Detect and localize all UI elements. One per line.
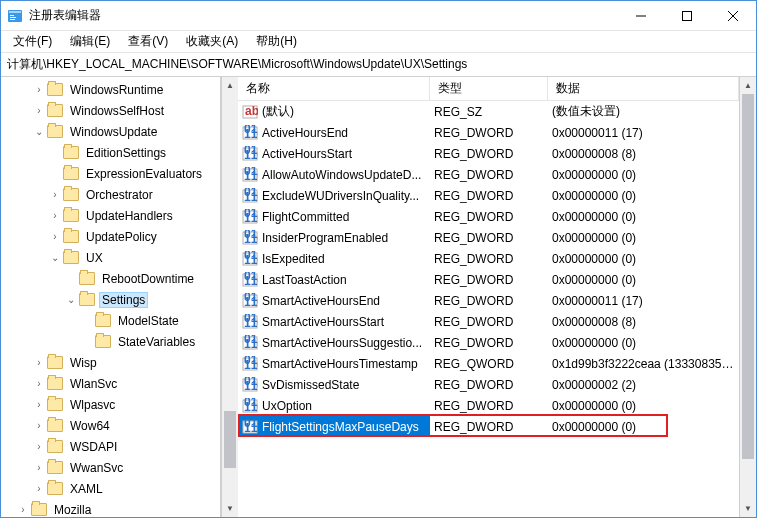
- folder-icon: [31, 503, 47, 516]
- chevron-down-icon[interactable]: ⌄: [49, 252, 61, 264]
- list-row[interactable]: 011110AllowAutoWindowsUpdateD...REG_DWOR…: [238, 164, 739, 185]
- window-title: 注册表编辑器: [29, 7, 618, 24]
- list-row[interactable]: 011110ActiveHoursEndREG_DWORD0x00000011 …: [238, 122, 739, 143]
- folder-icon: [95, 314, 111, 327]
- value-name-cell: 011110FlightCommitted: [238, 206, 430, 227]
- tree-item[interactable]: ›WSDAPI: [1, 436, 220, 457]
- tree-item[interactable]: ⌄WindowsUpdate: [1, 121, 220, 142]
- tree-item[interactable]: ›Wow64: [1, 415, 220, 436]
- value-type: REG_DWORD: [430, 420, 548, 434]
- list-row[interactable]: ab(默认)REG_SZ(数值未设置): [238, 101, 739, 122]
- column-name[interactable]: 名称: [238, 77, 430, 100]
- chevron-right-icon[interactable]: ›: [33, 420, 45, 432]
- minimize-button[interactable]: [618, 1, 664, 31]
- chevron-right-icon[interactable]: ›: [33, 441, 45, 453]
- scroll-up-icon[interactable]: ▲: [222, 77, 238, 94]
- list-row[interactable]: 011110SmartActiveHoursTimestampREG_QWORD…: [238, 353, 739, 374]
- tree-item[interactable]: ›WindowsRuntime: [1, 79, 220, 100]
- menu-view[interactable]: 查看(V): [120, 31, 176, 52]
- binary-value-icon: 011110: [242, 314, 258, 330]
- close-button[interactable]: [710, 1, 756, 31]
- value-type: REG_DWORD: [430, 378, 548, 392]
- menu-file[interactable]: 文件(F): [5, 31, 60, 52]
- tree-scroll-thumb[interactable]: [224, 411, 236, 468]
- address-bar[interactable]: 计算机\HKEY_LOCAL_MACHINE\SOFTWARE\Microsof…: [1, 53, 756, 77]
- scroll-up-icon[interactable]: ▲: [740, 77, 756, 94]
- chevron-right-icon[interactable]: ›: [33, 378, 45, 390]
- tree-item[interactable]: ExpressionEvaluators: [1, 163, 220, 184]
- chevron-right-icon[interactable]: ›: [33, 462, 45, 474]
- svg-rect-3: [10, 17, 16, 18]
- tree-item[interactable]: ›UpdateHandlers: [1, 205, 220, 226]
- chevron-down-icon[interactable]: ⌄: [65, 294, 77, 306]
- tree-item[interactable]: ›WlanSvc: [1, 373, 220, 394]
- value-data: 0x00000011 (17): [548, 294, 739, 308]
- tree-item[interactable]: ›Mozilla: [1, 499, 220, 517]
- list-scrollbar[interactable]: ▲ ▼: [739, 77, 756, 517]
- tree-item[interactable]: ›UpdatePolicy: [1, 226, 220, 247]
- tree-item[interactable]: EditionSettings: [1, 142, 220, 163]
- folder-icon: [47, 104, 63, 117]
- list-row[interactable]: 011110FlightCommittedREG_DWORD0x00000000…: [238, 206, 739, 227]
- titlebar[interactable]: 注册表编辑器: [1, 1, 756, 31]
- list-row[interactable]: 011110LastToastActionREG_DWORD0x00000000…: [238, 269, 739, 290]
- chevron-right-icon[interactable]: ›: [33, 105, 45, 117]
- scroll-down-icon[interactable]: ▼: [740, 500, 756, 517]
- tree-item[interactable]: ›Wlpasvc: [1, 394, 220, 415]
- tree-item[interactable]: ⌄Settings: [1, 289, 220, 310]
- chevron-right-icon[interactable]: ›: [33, 357, 45, 369]
- chevron-right-icon[interactable]: ›: [49, 210, 61, 222]
- tree-item[interactable]: ›WwanSvc: [1, 457, 220, 478]
- tree-item[interactable]: ›Wisp: [1, 352, 220, 373]
- list-row[interactable]: 011110UxOptionREG_DWORD0x00000000 (0): [238, 395, 739, 416]
- tree-item[interactable]: RebootDowntime: [1, 268, 220, 289]
- value-type: REG_DWORD: [430, 252, 548, 266]
- value-name: UxOption: [262, 399, 312, 413]
- chevron-right-icon[interactable]: ›: [33, 483, 45, 495]
- menu-help[interactable]: 帮助(H): [248, 31, 305, 52]
- tree-toggle-empty: [49, 147, 61, 159]
- list-row[interactable]: 011110SmartActiveHoursStartREG_DWORD0x00…: [238, 311, 739, 332]
- column-data[interactable]: 数据: [548, 77, 739, 100]
- list-body[interactable]: ab(默认)REG_SZ(数值未设置)011110ActiveHoursEndR…: [238, 101, 739, 517]
- menu-favorites[interactable]: 收藏夹(A): [178, 31, 246, 52]
- value-name-cell: 011110UxOption: [238, 395, 430, 416]
- list-scroll-thumb[interactable]: [742, 94, 754, 459]
- folder-icon: [47, 83, 63, 96]
- binary-value-icon: 011110: [242, 272, 258, 288]
- svg-text:110: 110: [244, 148, 258, 162]
- chevron-right-icon[interactable]: ›: [49, 189, 61, 201]
- list-row[interactable]: 011110ActiveHoursStartREG_DWORD0x0000000…: [238, 143, 739, 164]
- value-name: FlightCommitted: [262, 210, 349, 224]
- folder-icon: [63, 209, 79, 222]
- value-type: REG_DWORD: [430, 126, 548, 140]
- tree-item-label: StateVariables: [115, 334, 198, 350]
- list-row[interactable]: 011110ExcludeWUDriversInQuality...REG_DW…: [238, 185, 739, 206]
- binary-value-icon: 011110: [242, 209, 258, 225]
- maximize-button[interactable]: [664, 1, 710, 31]
- binary-value-icon: 011110: [242, 293, 258, 309]
- tree-item[interactable]: ›XAML: [1, 478, 220, 499]
- list-row[interactable]: 011110InsiderProgramEnabledREG_DWORD0x00…: [238, 227, 739, 248]
- column-type[interactable]: 类型: [430, 77, 548, 100]
- list-row[interactable]: 011110SmartActiveHoursEndREG_DWORD0x0000…: [238, 290, 739, 311]
- chevron-right-icon[interactable]: ›: [17, 504, 29, 516]
- tree-item[interactable]: ModelState: [1, 310, 220, 331]
- tree-pane[interactable]: ›WindowsRuntime›WindowsSelfHost⌄WindowsU…: [1, 77, 221, 517]
- chevron-right-icon[interactable]: ›: [33, 84, 45, 96]
- tree-item[interactable]: ⌄UX: [1, 247, 220, 268]
- chevron-right-icon[interactable]: ›: [33, 399, 45, 411]
- list-row[interactable]: 011110SmartActiveHoursSuggestio...REG_DW…: [238, 332, 739, 353]
- chevron-down-icon[interactable]: ⌄: [33, 126, 45, 138]
- tree-item[interactable]: ›WindowsSelfHost: [1, 100, 220, 121]
- tree-item[interactable]: ›Orchestrator: [1, 184, 220, 205]
- list-row[interactable]: 011110IsExpeditedREG_DWORD0x00000000 (0): [238, 248, 739, 269]
- tree-scrollbar[interactable]: ▲ ▼: [221, 77, 238, 517]
- list-row[interactable]: 011110FlightSettingsMaxPauseDaysREG_DWOR…: [238, 416, 739, 437]
- tree-item-label: ExpressionEvaluators: [83, 166, 205, 182]
- scroll-down-icon[interactable]: ▼: [222, 500, 238, 517]
- list-row[interactable]: 011110SvDismissedStateREG_DWORD0x0000000…: [238, 374, 739, 395]
- chevron-right-icon[interactable]: ›: [49, 231, 61, 243]
- menu-edit[interactable]: 编辑(E): [62, 31, 118, 52]
- tree-item[interactable]: StateVariables: [1, 331, 220, 352]
